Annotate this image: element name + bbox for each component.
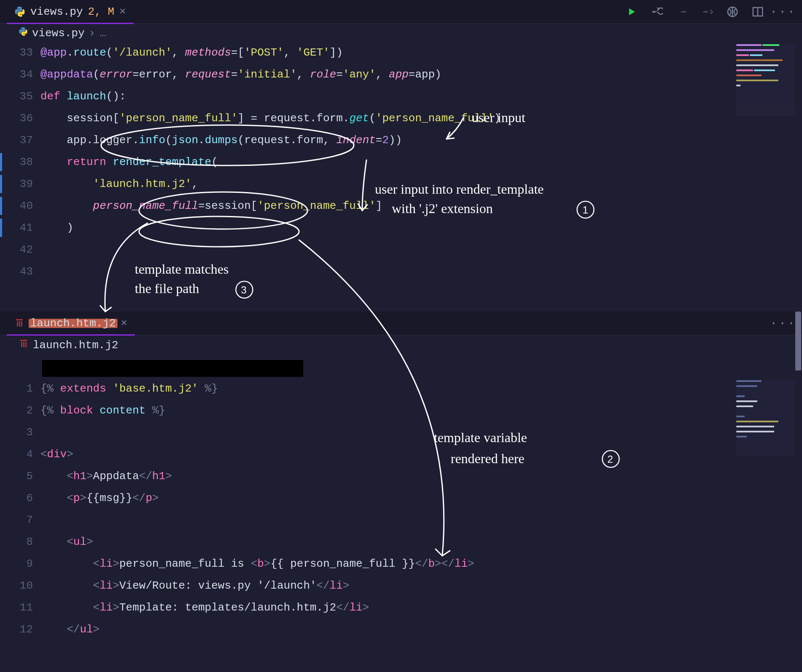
chevron-right-icon: › [89, 27, 96, 40]
breadcrumb-top[interactable]: views.py › … [0, 24, 802, 42]
svg-point-2 [653, 11, 655, 13]
code-line[interactable]: {% extends 'base.htm.j2' %} [40, 378, 751, 400]
code-line[interactable] [40, 509, 751, 531]
line-number: 43 [0, 261, 33, 283]
editor-group-bottom: launch.htm.j2 × ··· launch.htm.j2 123456… [0, 312, 802, 672]
line-number: 37 [0, 129, 33, 151]
line-number: 7 [0, 509, 33, 531]
code-line[interactable] [40, 239, 751, 261]
line-number: 38 [0, 151, 33, 173]
python-icon [19, 27, 28, 40]
code-line[interactable]: session['person_name_full'] = request.fo… [40, 107, 751, 129]
code-line[interactable]: </ul> [40, 619, 751, 640]
code-editor-top[interactable]: 3334353637383940414243 @app.route('/laun… [0, 42, 802, 283]
editor-toolbar-top: ··· [625, 5, 802, 18]
breadcrumb-more[interactable]: … [99, 27, 106, 40]
scroll-thumb[interactable] [795, 312, 801, 371]
minimap-top[interactable] [736, 44, 795, 116]
more-icon[interactable]: ··· [777, 317, 789, 330]
breadcrumb-file[interactable]: views.py [32, 27, 85, 40]
svg-point-0 [18, 7, 19, 8]
code-lines[interactable]: {% extends 'base.htm.j2' %}{% block cont… [40, 378, 802, 640]
line-number: 5 [0, 465, 33, 487]
code-line[interactable]: def launch(): [40, 85, 751, 107]
svg-point-1 [21, 15, 22, 16]
line-number: 36 [0, 107, 33, 129]
code-line[interactable]: app.logger.info(json.dumps(request.form,… [40, 129, 751, 151]
breadcrumb-file[interactable]: launch.htm.j2 [33, 339, 118, 352]
code-line[interactable] [40, 261, 751, 283]
editor-group-top: views.py 2, M × ··· views.py › … [0, 0, 802, 312]
redacted-bar [42, 360, 303, 377]
code-line[interactable]: @appdata(error=error, request='initial',… [40, 64, 751, 85]
tab-label: launch.htm.j2 [30, 317, 116, 330]
step-fwd-icon[interactable] [701, 5, 714, 18]
line-number: 41 [0, 217, 33, 239]
line-number: 12 [0, 619, 33, 640]
line-number-gutter: 3334353637383940414243 [0, 42, 40, 283]
run-debug-icon[interactable] [650, 5, 663, 18]
tab-label: views.py [30, 5, 83, 18]
breadcrumb-bottom[interactable]: launch.htm.j2 [0, 335, 802, 354]
code-line[interactable]: @app.route('/launch', methods=['POST', '… [40, 42, 751, 64]
vscode-window: views.py 2, M × ··· views.py › … [0, 0, 802, 672]
code-line[interactable]: 'launch.htm.j2', [40, 173, 751, 195]
line-number: 39 [0, 173, 33, 195]
line-number: 35 [0, 85, 33, 107]
more-icon[interactable]: ··· [777, 5, 789, 18]
line-number: 10 [0, 575, 33, 597]
code-line[interactable]: <p>{{msg}}</p> [40, 487, 751, 509]
line-number: 34 [0, 64, 33, 85]
code-lines[interactable]: @app.route('/launch', methods=['POST', '… [40, 42, 802, 283]
jinja-icon [14, 318, 25, 329]
code-editor-bottom[interactable]: 123456789101112 {% extends 'base.htm.j2'… [0, 378, 802, 640]
line-number-gutter: 123456789101112 [0, 378, 40, 640]
line-number: 8 [0, 531, 33, 553]
code-line[interactable]: {% block content %} [40, 400, 751, 421]
code-line[interactable]: return render_template( [40, 151, 751, 173]
line-number: 1 [0, 378, 33, 400]
tab-git-status: 2, M [88, 5, 114, 18]
run-icon[interactable] [625, 5, 638, 18]
svg-point-4 [705, 11, 707, 13]
code-line[interactable]: <li>View/Route: views.py '/launch'</li> [40, 575, 751, 597]
split-editor-icon[interactable] [751, 5, 764, 18]
svg-point-3 [682, 11, 684, 13]
code-line[interactable]: person_name_full=session['person_name_fu… [40, 195, 751, 217]
code-line[interactable]: <div> [40, 443, 751, 465]
code-line[interactable]: <h1>Appdata</h1> [40, 465, 751, 487]
line-number: 3 [0, 421, 33, 443]
line-number: 9 [0, 553, 33, 575]
line-number: 42 [0, 239, 33, 261]
line-number: 4 [0, 443, 33, 465]
step-back-icon[interactable] [676, 5, 688, 18]
close-icon[interactable]: × [121, 317, 128, 330]
jinja-icon [19, 339, 29, 352]
code-line[interactable]: <ul> [40, 531, 751, 553]
code-line[interactable] [40, 421, 751, 443]
code-line[interactable]: <li>Template: templates/launch.htm.j2</l… [40, 597, 751, 619]
tab-views-py[interactable]: views.py 2, M × [7, 0, 134, 24]
code-line[interactable]: ) [40, 217, 751, 239]
close-icon[interactable]: × [119, 5, 126, 18]
tab-launch-j2[interactable]: launch.htm.j2 × [7, 312, 135, 335]
tab-bar-bottom: launch.htm.j2 × ··· [0, 312, 802, 335]
branch-compare-icon[interactable] [726, 5, 739, 18]
python-icon [14, 6, 25, 17]
code-line[interactable]: <li>person_name_full is <b>{{ person_nam… [40, 553, 751, 575]
tab-bar-top: views.py 2, M × ··· [0, 0, 802, 24]
line-number: 40 [0, 195, 33, 217]
line-number: 11 [0, 597, 33, 619]
minimap-bottom[interactable] [736, 380, 795, 456]
line-number: 2 [0, 400, 33, 421]
line-number: 33 [0, 42, 33, 64]
line-number: 6 [0, 487, 33, 509]
